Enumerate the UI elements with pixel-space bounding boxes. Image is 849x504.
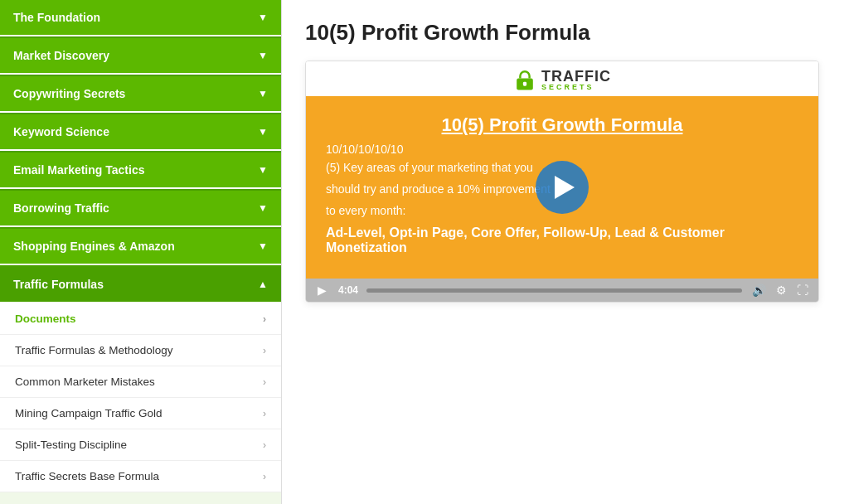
sidebar: The Foundation ▼ Market Discovery ▼ Copy…: [0, 0, 282, 504]
chevron-up-icon: ▲: [258, 279, 268, 290]
video-content-area: 10(5) Profit Growth Formula 10/10/10/10/…: [306, 96, 818, 279]
sidebar-item-foundation[interactable]: The Foundation ▼: [0, 0, 281, 35]
video-line1: 10/10/10/10/10: [326, 143, 798, 156]
play-triangle-icon: [555, 176, 575, 199]
video-logo-bar: TRAFFIC SECRETS: [306, 61, 818, 96]
page-title: 10(5) Profit Growth Formula: [305, 20, 826, 46]
logo-container: TRAFFIC SECRETS: [513, 68, 611, 91]
sub-item-label: Mining Campaign Traffic Gold: [15, 407, 163, 419]
sidebar-item-email[interactable]: Email Marketing Tactics ▼: [0, 153, 281, 187]
chevron-down-icon: ▼: [258, 164, 268, 176]
sidebar-item-market-discovery[interactable]: Market Discovery ▼: [0, 38, 281, 73]
chevron-right-icon: ›: [263, 439, 266, 451]
sub-item-label: Split-Testing Discipline: [15, 439, 127, 451]
sidebar-sub-item-documents[interactable]: Documents ›: [0, 303, 281, 335]
sidebar-item-shopping[interactable]: Shopping Engines & Amazon ▼: [0, 229, 281, 264]
sidebar-sub-item-mining[interactable]: Mining Campaign Traffic Gold ›: [0, 398, 281, 429]
chevron-right-icon: ›: [263, 376, 266, 388]
logo-secrets: SECRETS: [541, 84, 611, 91]
sidebar-sub-item-mistakes[interactable]: Common Marketer Mistakes ›: [0, 366, 281, 398]
sub-item-label: Traffic Secrets Base Formula: [15, 470, 159, 482]
chevron-right-icon: ›: [263, 471, 266, 482]
video-player: TRAFFIC SECRETS 10(5) Profit Growth Form…: [305, 61, 819, 303]
sidebar-item-label: Email Marketing Tactics: [13, 163, 144, 177]
sidebar-sub-items: Documents › Traffic Formulas & Methodolo…: [0, 303, 281, 504]
chevron-right-icon: ›: [263, 345, 266, 356]
lock-icon: [513, 68, 536, 91]
chevron-down-icon: ▼: [258, 202, 268, 214]
chevron-down-icon: ▼: [258, 12, 268, 23]
control-play-button[interactable]: ▶: [314, 284, 330, 297]
fullscreen-icon[interactable]: ⛶: [795, 284, 810, 297]
svg-rect-1: [523, 82, 526, 86]
sidebar-sub-item-base-formula[interactable]: Traffic Secrets Base Formula ›: [0, 461, 281, 492]
volume-icon[interactable]: 🔊: [750, 284, 768, 297]
video-controls-bar: ▶ 4:04 🔊 ⚙ ⛶: [306, 279, 818, 302]
sidebar-item-label: Shopping Engines & Amazon: [13, 240, 175, 253]
sidebar-item-label: Traffic Formulas: [13, 278, 104, 291]
sidebar-sub-item-split[interactable]: Split-Testing Discipline ›: [0, 429, 281, 461]
sidebar-item-label: Keyword Science: [13, 125, 109, 138]
sidebar-item-label: The Foundation: [13, 11, 100, 24]
video-time: 4:04: [338, 284, 358, 296]
sidebar-item-label: Borrowing Traffic: [13, 201, 109, 215]
chevron-down-icon: ▼: [258, 88, 268, 99]
sidebar-item-keyword[interactable]: Keyword Science ▼: [0, 114, 281, 149]
video-headline: 10(5) Profit Growth Formula: [326, 114, 798, 136]
sub-item-label: Traffic Formulas & Methodology: [15, 344, 173, 356]
sidebar-item-copywriting[interactable]: Copywriting Secrets ▼: [0, 76, 281, 111]
video-emphasis: Ad-Level, Opt-in Page, Core Offer, Follo…: [326, 225, 798, 255]
sidebar-item-label: Copywriting Secrets: [13, 87, 125, 100]
sidebar-item-borrowing[interactable]: Borrowing Traffic ▼: [0, 191, 281, 225]
main-content: 10(5) Profit Growth Formula TRAFFIC SECR…: [282, 0, 849, 504]
chevron-down-icon: ▼: [258, 240, 268, 252]
chevron-down-icon: ▼: [258, 126, 268, 138]
video-progress-bar[interactable]: [366, 288, 742, 293]
video-controls-right: 🔊 ⚙ ⛶: [750, 284, 810, 297]
sub-item-label: Documents: [15, 313, 76, 325]
play-button[interactable]: [536, 161, 589, 214]
sidebar-sub-item-profit-formula[interactable]: 10(5) Profit Growth Formula ›: [0, 492, 281, 504]
sidebar-item-traffic-formulas[interactable]: Traffic Formulas ▲: [0, 267, 281, 302]
chevron-right-icon: ›: [263, 408, 266, 419]
settings-icon[interactable]: ⚙: [774, 284, 788, 297]
logo-text: TRAFFIC SECRETS: [541, 69, 611, 91]
sidebar-sub-item-methodology[interactable]: Traffic Formulas & Methodology ›: [0, 335, 281, 366]
chevron-down-icon: ▼: [258, 50, 268, 61]
sidebar-item-label: Market Discovery: [13, 49, 109, 62]
sub-item-label: Common Marketer Mistakes: [15, 376, 155, 388]
chevron-right-icon: ›: [263, 313, 266, 325]
logo-traffic: TRAFFIC: [541, 69, 611, 84]
